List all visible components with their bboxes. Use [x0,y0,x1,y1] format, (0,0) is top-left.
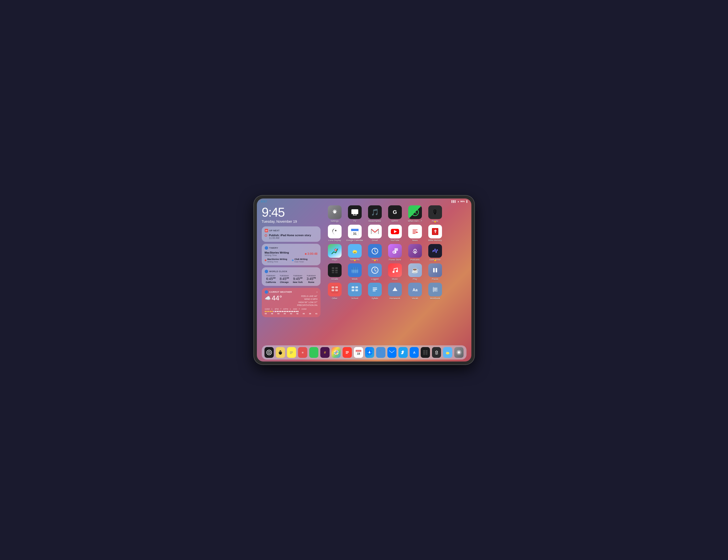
world-clock-grid: TUESDAY 6:45AM California TUESDAY 8:45AM… [265,275,318,283]
app-gcal[interactable]: 31 Google Calendar [346,225,363,242]
homework-icon[interactable] [388,283,402,296]
syllabi-icon[interactable] [368,283,382,296]
vocab-icon[interactable]: Aa [408,283,422,296]
whendid-icon[interactable] [408,205,422,219]
podcasts-icon[interactable] [408,244,422,258]
maps-icon[interactable] [328,244,342,258]
app-youtube[interactable]: YouTube [387,225,403,242]
dock-notes[interactable] [287,347,296,358]
dock-reminders[interactable] [343,347,352,358]
app-workbook[interactable]: Workbook [427,283,443,299]
dock-sysprefs[interactable] [454,347,464,358]
workbook-icon[interactable] [428,283,442,296]
battery-level: 96% [460,200,465,203]
weather-arrow-icon[interactable]: › [317,290,318,294]
app-music[interactable]: Music [387,264,403,280]
tv-icon[interactable] [348,205,362,219]
app-arcade[interactable]: Arcade [326,264,343,280]
music-icon[interactable] [388,264,402,277]
gcal-icon[interactable]: 31 [348,225,362,239]
app-timery[interactable]: Timery [367,244,383,261]
app-news[interactable]: News [407,225,423,242]
twitterrific-icon[interactable] [348,244,362,258]
weather-dot-7 [275,311,276,312]
world-clock-title: WORLD CLOCK [269,270,287,273]
dock-due[interactable]: ≡ [298,347,307,358]
app-biblemem[interactable]: ✝ Bible Memory [427,225,443,242]
svg-point-22 [354,250,354,251]
dock-grid[interactable] [421,347,430,358]
app-other[interactable]: Other [326,283,343,299]
wc-time-rome: 3:45PM [305,277,318,281]
app-giphy[interactable]: G GIPHY [387,205,403,222]
app-twitterrific[interactable]: Twitterrific [346,244,363,261]
biblemem-label: Bible Memory [428,239,442,242]
musicharbor-icon[interactable]: 🎵 [368,205,382,219]
app-musicharbor[interactable]: 🎵 MusicHarbor [367,205,383,222]
itunes-icon[interactable] [388,244,402,258]
wc-city-newyork: New York [292,281,304,283]
giphy-icon[interactable]: G [388,205,402,219]
week-icon[interactable] [348,264,362,277]
weather-feels-like: FEELS LIKE 44° [297,295,317,298]
tv-label: TV [353,220,356,222]
app-play[interactable]: ☕ Play [407,264,423,280]
dock-twitterrific2[interactable] [443,347,452,358]
dock-twitter[interactable] [398,347,408,358]
app-ferrite[interactable]: 🎙 Ferrite [427,205,443,222]
play-icon[interactable]: ☕ [408,264,422,277]
signal-icon: ▌▌▌ [452,200,456,203]
biblemem-icon[interactable]: ✝ [428,225,442,239]
app-maps[interactable]: Maps [326,244,343,261]
dock-mail[interactable] [387,347,397,358]
svg-text:#: # [324,350,326,354]
dock-appstore[interactable]: A [410,347,419,358]
dock-touchid[interactable] [264,347,274,358]
clock-california: TUESDAY 6:45AM California [265,275,277,283]
dock-tes[interactable] [276,347,285,358]
app-logged[interactable]: Logged [367,264,383,280]
app-whendid[interactable]: When Did I...? [407,205,423,222]
arcade-icon[interactable] [328,264,342,277]
app-syllabi[interactable]: Syllabi [367,283,383,299]
dock-slack[interactable]: # [320,347,330,358]
dock-safari[interactable] [365,347,374,358]
app-tv[interactable]: TV [346,205,363,222]
dock-files[interactable] [376,347,385,358]
school-icon[interactable] [348,283,362,296]
app-itunes[interactable]: iTunes Store [387,244,403,261]
dock-whisper[interactable] [432,347,441,358]
timery-icon[interactable] [368,244,382,258]
app-pause[interactable]: Pause [427,264,443,280]
logged-icon[interactable] [368,264,382,277]
svg-rect-112 [426,354,428,355]
pause-icon[interactable] [428,264,442,277]
app-grid: Settings TV 🎵 MusicHarbor G [325,205,469,344]
carrier-label: AT&T [261,200,267,203]
dock-photos[interactable] [332,347,341,358]
app-settings[interactable]: Settings [326,205,343,222]
weather-dot-16 [290,311,292,312]
up-next-title: UP NEXT [269,229,280,232]
svg-rect-37 [332,272,334,273]
wc-city-california: California [265,281,277,283]
app-darknoise[interactable]: Dark Noise [427,244,443,261]
other-icon[interactable] [328,283,342,296]
app-vocab[interactable]: Aa Vocab [407,283,423,299]
dock-calendar[interactable]: TUESDAY19 [354,347,363,358]
app-school[interactable]: School [346,283,363,299]
dock-messages[interactable] [309,347,319,358]
app-luna[interactable]: Luna Display [326,225,343,242]
gmail-icon[interactable] [368,225,382,239]
settings-icon[interactable] [328,205,342,219]
darknoise-icon[interactable] [428,244,442,258]
ferrite-icon[interactable]: 🎙 [428,205,442,219]
app-gmail[interactable]: Gmail [367,225,383,242]
youtube-icon[interactable] [388,225,402,239]
gmail-label: Gmail [372,239,378,242]
app-homework[interactable]: Homework [387,283,403,299]
app-week[interactable]: Week [346,264,363,280]
news-icon[interactable] [408,225,422,239]
app-podcasts[interactable]: Podcasts [407,244,423,261]
luna-icon[interactable] [328,225,342,239]
